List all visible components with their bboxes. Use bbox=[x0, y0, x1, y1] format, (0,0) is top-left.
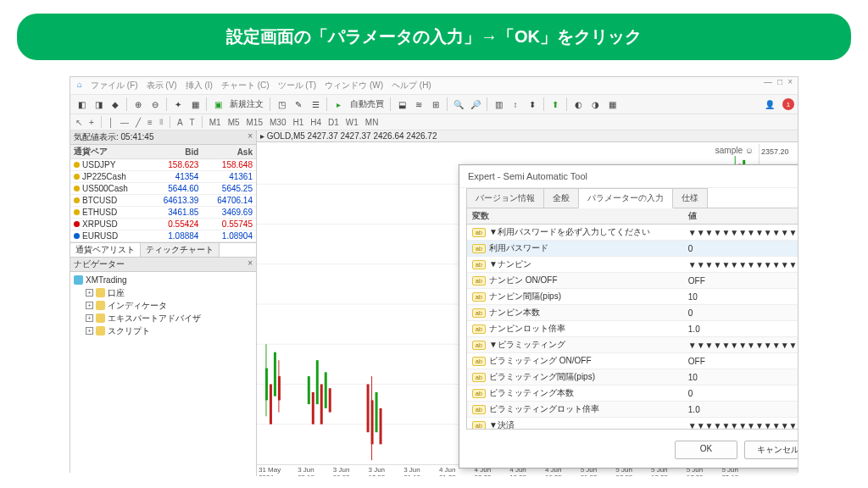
text-icon[interactable]: A bbox=[177, 118, 183, 127]
menu-insert[interactable]: 挿入 (I) bbox=[186, 80, 213, 92]
tree-item[interactable]: +スクリプト bbox=[74, 324, 253, 337]
autotrade-icon[interactable]: ▸ bbox=[331, 97, 346, 112]
menu-window[interactable]: ウィンドウ (W) bbox=[325, 80, 383, 92]
tool-icon[interactable]: ◨ bbox=[91, 97, 106, 112]
col-value: 値 bbox=[683, 208, 798, 225]
fib-icon[interactable]: ⦀ bbox=[159, 117, 163, 127]
tab-version[interactable]: バージョン情報 bbox=[466, 188, 544, 208]
tool-icon[interactable]: ⊕ bbox=[131, 97, 146, 112]
param-row[interactable]: abナンピン ON/OFFOFF bbox=[467, 273, 798, 289]
maximize-icon[interactable]: □ bbox=[777, 77, 782, 86]
tab-parameters[interactable]: パラメーターの入力 bbox=[578, 188, 673, 208]
market-row[interactable]: USDJPY158.623158.648 bbox=[70, 159, 256, 171]
market-row[interactable]: BTCUSD64613.3964706.14 bbox=[70, 195, 256, 207]
tool-icon[interactable]: ▦ bbox=[187, 97, 203, 112]
market-row[interactable]: EURUSD1.088841.08904 bbox=[70, 230, 256, 242]
menu-view[interactable]: 表示 (V) bbox=[147, 80, 177, 92]
tool-icon[interactable]: ⊞ bbox=[428, 97, 443, 112]
menu-chart[interactable]: チャート (C) bbox=[221, 80, 270, 92]
param-row[interactable]: abナンピン本数0 bbox=[467, 305, 798, 321]
parameter-table[interactable]: 変数 値 ab▼利用パスワードを必ず入力してください▼▼▼▼▼▼▼▼▼▼▼▼▼▼… bbox=[467, 208, 798, 429]
tool-icon[interactable]: ◧ bbox=[74, 97, 89, 112]
param-row[interactable]: ab▼ピラミッティング▼▼▼▼▼▼▼▼▼▼▼▼▼▼ bbox=[467, 337, 798, 353]
ok-button[interactable]: OK bbox=[675, 441, 737, 459]
timeframe-h1[interactable]: H1 bbox=[292, 118, 303, 127]
crosshair-icon[interactable]: + bbox=[89, 118, 94, 127]
home-icon[interactable]: ⌂ bbox=[77, 80, 82, 92]
tool-icon[interactable]: 👤 bbox=[762, 97, 777, 112]
tool-icon[interactable]: ✦ bbox=[170, 97, 186, 112]
hline-icon[interactable]: — bbox=[120, 118, 129, 127]
cursor-icon[interactable]: ↖ bbox=[75, 118, 82, 127]
param-row[interactable]: abナンピン間隔(pips)10 bbox=[467, 289, 798, 305]
tool-icon[interactable]: ◐ bbox=[570, 97, 586, 112]
param-row[interactable]: abピラミッティングロット倍率1.0 bbox=[467, 402, 798, 418]
tool-icon[interactable]: ☰ bbox=[308, 97, 323, 112]
tool-icon[interactable]: ▥ bbox=[491, 97, 506, 112]
chart-area[interactable]: ▸ GOLD,M5 2427.37 2427.37 2426.64 2426.7… bbox=[257, 130, 798, 476]
zoom-in-icon[interactable]: 🔍 bbox=[451, 97, 466, 112]
close-icon[interactable]: × bbox=[787, 77, 793, 86]
param-row[interactable]: abピラミッティング本数0 bbox=[467, 385, 798, 402]
instruction-banner: 設定画面の「パラメータの入力」→「OK」をクリック bbox=[17, 14, 851, 60]
tab-spec[interactable]: 仕様 bbox=[672, 188, 708, 208]
tool-icon[interactable]: ▣ bbox=[210, 97, 225, 112]
autotrade-button[interactable]: 自動売買 bbox=[348, 98, 387, 110]
tool-icon[interactable]: ◳ bbox=[274, 97, 289, 112]
param-row[interactable]: ab▼利用パスワードを必ず入力してください▼▼▼▼▼▼▼▼▼▼▼▼▼▼ bbox=[467, 225, 798, 241]
cancel-button[interactable]: キャンセル bbox=[744, 441, 798, 459]
tab-tick-chart[interactable]: ティックチャート bbox=[141, 243, 220, 257]
param-row[interactable]: abピラミッティング ON/OFFOFF bbox=[467, 353, 798, 369]
notification-badge[interactable]: 1 bbox=[782, 98, 794, 110]
tree-root[interactable]: XMTrading bbox=[74, 274, 253, 286]
market-row[interactable]: JP225Cash4135441361 bbox=[70, 171, 256, 183]
market-row[interactable]: ETHUSD3461.853469.69 bbox=[70, 207, 256, 219]
menu-tool[interactable]: ツール (T) bbox=[278, 80, 317, 92]
tool-icon[interactable]: ◆ bbox=[108, 97, 123, 112]
tool-icon[interactable]: ▦ bbox=[604, 97, 620, 112]
tool-icon[interactable]: ✎ bbox=[291, 97, 306, 112]
menu-help[interactable]: ヘルプ (H) bbox=[392, 80, 431, 92]
param-row[interactable]: abナンピンロット倍率1.0 bbox=[467, 321, 798, 337]
label-icon[interactable]: T bbox=[190, 118, 195, 127]
tree-item[interactable]: +口座 bbox=[74, 286, 253, 299]
tool-icon[interactable]: ◑ bbox=[587, 97, 603, 112]
timeframe-m30[interactable]: M30 bbox=[270, 118, 286, 127]
tab-general[interactable]: 全般 bbox=[543, 188, 579, 208]
channel-icon[interactable]: ≡ bbox=[147, 118, 153, 127]
timeframe-d1[interactable]: D1 bbox=[328, 118, 339, 127]
param-row[interactable]: ab▼ナンピン▼▼▼▼▼▼▼▼▼▼▼▼▼▼ bbox=[467, 257, 798, 273]
timeframe-m15[interactable]: M15 bbox=[247, 118, 263, 127]
tool-icon[interactable]: ≋ bbox=[411, 97, 426, 112]
trendline-icon[interactable]: ╱ bbox=[136, 118, 141, 127]
tool-icon[interactable]: ↕ bbox=[508, 97, 523, 112]
new-order-button[interactable]: 新規注文 bbox=[227, 98, 266, 110]
drawing-toolbar: ↖ + │ — ╱ ≡ ⦀ A T M1 M5 M15 M30 H1 H4 D1… bbox=[70, 114, 798, 130]
tool-icon[interactable]: ⊖ bbox=[147, 97, 163, 112]
col-bid[interactable]: Bid bbox=[148, 145, 203, 159]
panel-close-icon[interactable]: × bbox=[248, 131, 253, 143]
tree-item[interactable]: +インディケータ bbox=[74, 299, 253, 312]
col-ask[interactable]: Ask bbox=[202, 145, 256, 159]
tree-item[interactable]: +エキスパートアドバイザ bbox=[74, 312, 253, 324]
param-row[interactable]: ab利用パスワード0 bbox=[467, 241, 798, 257]
tab-symbol-list[interactable]: 通貨ペアリスト bbox=[70, 243, 141, 257]
timeframe-m5[interactable]: M5 bbox=[228, 118, 240, 127]
vline-icon[interactable]: │ bbox=[108, 118, 114, 127]
menu-file[interactable]: ファイル (F) bbox=[91, 80, 138, 92]
timeframe-mn[interactable]: MN bbox=[365, 118, 379, 127]
market-row[interactable]: XRPUSD0.554240.55745 bbox=[70, 219, 256, 230]
minimize-icon[interactable]: — bbox=[764, 77, 772, 86]
tool-icon[interactable]: ⬍ bbox=[525, 97, 540, 112]
col-pair[interactable]: 通貨ペア bbox=[70, 145, 148, 159]
market-row[interactable]: US500Cash5644.605645.25 bbox=[70, 183, 256, 195]
param-row[interactable]: ab▼決済▼▼▼▼▼▼▼▼▼▼▼▼▼▼ bbox=[467, 418, 798, 430]
zoom-out-icon[interactable]: 🔎 bbox=[468, 97, 483, 112]
timeframe-h4[interactable]: H4 bbox=[310, 118, 321, 127]
tool-icon[interactable]: ⬓ bbox=[394, 97, 409, 112]
tool-icon[interactable]: ⬆ bbox=[548, 97, 563, 112]
param-row[interactable]: abピラミッティング間隔(pips)10 bbox=[467, 369, 798, 385]
timeframe-w1[interactable]: W1 bbox=[346, 118, 359, 127]
panel-close-icon[interactable]: × bbox=[248, 258, 253, 270]
timeframe-m1[interactable]: M1 bbox=[209, 118, 221, 127]
